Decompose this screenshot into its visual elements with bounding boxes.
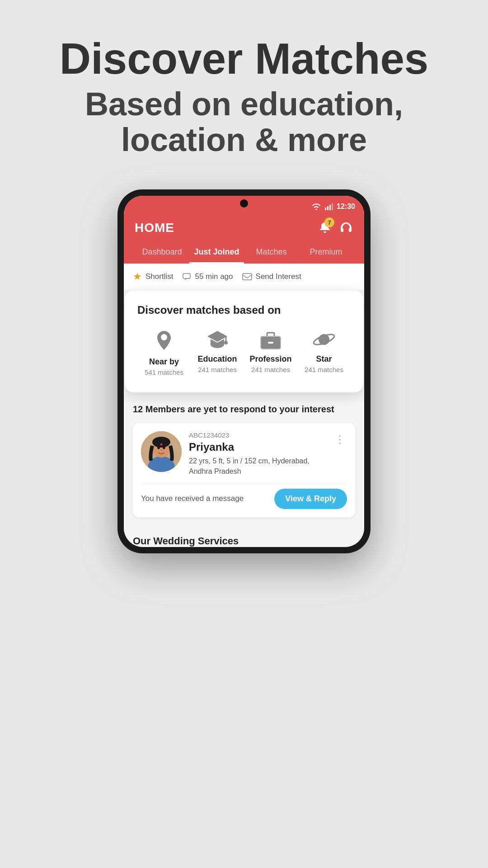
tab-dashboard[interactable]: Dashboard <box>135 242 189 264</box>
discover-option-profession[interactable]: Profession 241 matches <box>244 329 297 376</box>
svg-rect-7 <box>243 274 252 280</box>
camera-notch <box>240 199 248 208</box>
app-header: HOME 7 <box>124 216 364 264</box>
svg-rect-0 <box>325 208 326 210</box>
app-header-row: HOME 7 <box>135 220 353 242</box>
svg-rect-6 <box>183 274 190 278</box>
profile-details: 22 yrs, 5 ft, 5 in / 152 cm, Hyderabad, … <box>189 456 325 476</box>
svg-point-8 <box>224 341 228 344</box>
svg-point-18 <box>160 443 163 446</box>
svg-point-17 <box>152 437 170 448</box>
svg-point-20 <box>163 446 165 449</box>
chat-icon <box>182 272 191 281</box>
send-interest-label: Send Interest <box>256 272 301 281</box>
star-icon: ★ <box>133 271 142 283</box>
svg-rect-4 <box>341 228 343 232</box>
hero-section: Discover Matches Based on education, loc… <box>0 0 488 176</box>
notification-count: 7 <box>324 217 334 227</box>
profile-photo <box>141 431 182 472</box>
phone-screen: 12:30 HOME 7 <box>124 196 364 547</box>
location-icon <box>154 329 174 353</box>
svg-rect-1 <box>327 206 328 210</box>
members-title: 12 Members are yet to respond to your in… <box>133 403 355 415</box>
profile-action-bar: ★ Shortlist 55 min ago Send Interest <box>124 264 364 290</box>
discover-card: Discover matches based on Near by 541 ma… <box>125 290 363 392</box>
star-label: Star <box>316 354 332 364</box>
status-icons: 12:30 <box>311 203 355 211</box>
members-section: 12 Members are yet to respond to your in… <box>124 392 364 526</box>
star-count: 241 matches <box>305 366 343 373</box>
send-interest-action[interactable]: Send Interest <box>242 272 301 281</box>
headset-icon[interactable] <box>339 222 353 234</box>
profile-menu-icon[interactable]: ⋮ <box>333 431 347 448</box>
profile-avatar <box>141 431 182 472</box>
discover-option-nearby[interactable]: Near by 541 matches <box>137 329 191 376</box>
svg-point-21 <box>160 449 162 451</box>
discover-option-star[interactable]: Star 241 matches <box>297 329 351 376</box>
svg-point-19 <box>157 446 160 449</box>
discover-card-title: Discover matches based on <box>137 304 351 316</box>
shortlist-label: Shortlist <box>145 272 173 281</box>
hero-subtitle: Based on education, location & more <box>27 86 461 158</box>
nearby-label: Near by <box>149 357 179 367</box>
signal-icon <box>325 203 333 210</box>
message-row: You have received a message View & Reply <box>141 484 347 509</box>
profession-count: 241 matches <box>251 366 290 373</box>
svg-rect-11 <box>268 342 273 344</box>
wedding-title: Our Wedding Services <box>133 535 355 547</box>
battery-time: 12:30 <box>337 203 355 211</box>
wifi-icon <box>311 203 321 210</box>
message-text: You have received a message <box>141 494 244 503</box>
discover-options: Near by 541 matches Education <box>137 329 351 376</box>
education-count: 241 matches <box>198 366 237 373</box>
profile-info: ABC1234023 Priyanka 22 yrs, 5 ft, 5 in /… <box>189 431 325 476</box>
phone-wrapper: 12:30 HOME 7 <box>0 189 488 553</box>
profile-card-top: ABC1234023 Priyanka 22 yrs, 5 ft, 5 in /… <box>141 431 347 476</box>
tab-just-joined[interactable]: Just Joined <box>189 242 244 264</box>
profession-label: Profession <box>249 354 291 364</box>
shortlist-action[interactable]: ★ Shortlist <box>133 271 173 283</box>
education-icon <box>206 329 229 350</box>
view-reply-button[interactable]: View & Reply <box>274 489 347 509</box>
notification-bell[interactable]: 7 <box>318 220 332 236</box>
header-icons: 7 <box>318 220 353 236</box>
discover-option-education[interactable]: Education 241 matches <box>191 329 244 376</box>
hero-title: Discover Matches <box>27 36 461 82</box>
wedding-section: Our Wedding Services <box>124 526 364 547</box>
nav-tabs: Dashboard Just Joined Matches Premium <box>135 242 353 264</box>
profile-id: ABC1234023 <box>189 431 325 439</box>
profile-card: ABC1234023 Priyanka 22 yrs, 5 ft, 5 in /… <box>133 423 355 517</box>
time-label: 55 min ago <box>195 272 233 281</box>
profession-icon <box>259 329 282 350</box>
tab-premium[interactable]: Premium <box>299 242 353 264</box>
nearby-count: 541 matches <box>145 368 183 376</box>
mail-icon <box>242 273 252 280</box>
time-action: 55 min ago <box>182 272 233 281</box>
svg-rect-3 <box>332 203 333 210</box>
svg-point-22 <box>162 449 163 451</box>
svg-rect-2 <box>329 205 331 210</box>
app-title: HOME <box>135 221 174 235</box>
planet-icon <box>312 329 336 350</box>
svg-rect-5 <box>349 228 351 232</box>
phone-frame: 12:30 HOME 7 <box>117 189 371 553</box>
tab-matches[interactable]: Matches <box>244 242 299 264</box>
profile-name: Priyanka <box>189 441 325 453</box>
education-label: Education <box>197 354 237 364</box>
